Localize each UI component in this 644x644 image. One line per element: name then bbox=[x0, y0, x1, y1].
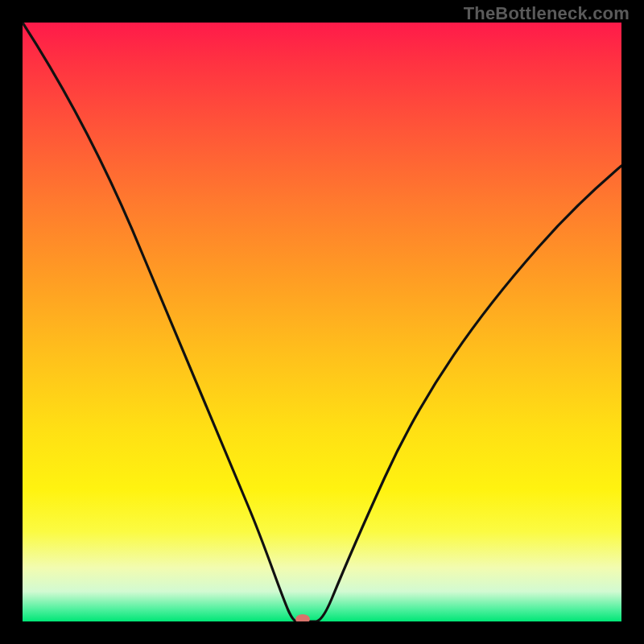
watermark-text: TheBottleneck.com bbox=[464, 3, 630, 24]
plot-area bbox=[23, 23, 621, 621]
bottleneck-curve bbox=[23, 23, 621, 621]
minimum-marker bbox=[295, 614, 310, 621]
chart-frame: TheBottleneck.com bbox=[0, 0, 644, 644]
curve-path bbox=[23, 23, 621, 621]
